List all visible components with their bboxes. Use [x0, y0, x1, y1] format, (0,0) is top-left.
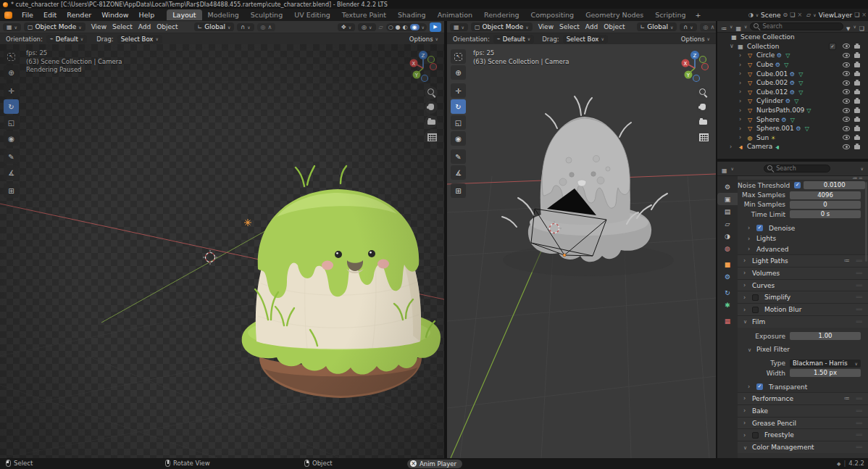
- gizmo-z-axis[interactable]: Z: [693, 53, 697, 59]
- modifier-wrench-icon[interactable]: [775, 51, 783, 59]
- curves-section[interactable]: Curves══: [738, 279, 868, 291]
- workspace-tab[interactable]: Scripting: [649, 9, 691, 20]
- hide-in-viewport-eye-icon[interactable]: [843, 88, 850, 95]
- workspace-tab[interactable]: Shading: [392, 9, 432, 20]
- volumes-section[interactable]: Volumes══: [738, 267, 868, 279]
- viewport-tool-button[interactable]: ⊕: [4, 65, 19, 80]
- motion-blur-section[interactable]: Motion Blur══: [738, 303, 868, 315]
- workspace-tab[interactable]: Sculpting: [245, 9, 288, 20]
- disable-in-renders-icon[interactable]: [854, 144, 861, 150]
- viewlayer-name[interactable]: ViewLayer: [819, 12, 852, 19]
- object-name[interactable]: Cube: [756, 61, 773, 68]
- modifier-wrench-icon[interactable]: [788, 79, 796, 86]
- navigation-gizmo[interactable]: Z X Y: [678, 49, 711, 83]
- disable-in-renders-icon[interactable]: [854, 88, 861, 95]
- object-name[interactable]: Sphere.001: [756, 125, 794, 132]
- workspace-tab[interactable]: Texture Paint: [336, 9, 392, 20]
- drag-dropdown[interactable]: Select Box∨: [117, 35, 162, 43]
- viewport-tool-button[interactable]: ◱: [451, 115, 466, 130]
- geometry-nodes-icon[interactable]: [796, 79, 805, 86]
- menu-item[interactable]: Help: [134, 9, 160, 20]
- object-name[interactable]: Collection: [747, 43, 780, 50]
- workspace-tab[interactable]: Animation: [432, 9, 478, 20]
- perspective-toggle-icon[interactable]: [425, 130, 438, 143]
- zoom-icon[interactable]: [425, 86, 438, 99]
- expand-chevron-icon[interactable]: ›: [739, 52, 746, 59]
- light-paths-section[interactable]: Light Paths≔══: [738, 254, 868, 267]
- noise-threshold-field[interactable]: 0.0100: [804, 181, 865, 189]
- scene-selector[interactable]: ◑ ∨ Scene ⊙ ❏ ×: [748, 12, 802, 19]
- geometry-nodes-icon[interactable]: [792, 97, 801, 104]
- viewport-tool-button[interactable]: ↻: [4, 99, 19, 114]
- outliner-search-input[interactable]: Search: [750, 22, 843, 30]
- solid-viewport-canvas[interactable]: fps: 25 (63) Scene Collection | Camera ↖…: [447, 44, 716, 458]
- geometry-nodes-icon[interactable]: [788, 116, 797, 123]
- filter-funnel-icon[interactable]: [846, 20, 850, 33]
- character-object-solid[interactable]: [502, 96, 667, 262]
- simplify-section[interactable]: Simplify══: [738, 291, 868, 303]
- remove-viewlayer-icon[interactable]: ×: [861, 12, 867, 18]
- object-name[interactable]: Circle: [756, 51, 775, 59]
- outliner-row[interactable]: › Circle: [717, 51, 868, 60]
- viewport-tool-button[interactable]: ◉: [451, 131, 466, 146]
- properties-tab[interactable]: ▱: [717, 217, 738, 230]
- geometry-nodes-icon[interactable]: [804, 107, 813, 114]
- orientation-dropdown[interactable]: ⌁Default∨: [46, 35, 87, 43]
- denoise-panel[interactable]: Denoise: [738, 223, 868, 234]
- min-samples-field[interactable]: 0: [790, 201, 861, 209]
- viewport-tool-button[interactable]: ✎: [4, 149, 19, 164]
- modifier-wrench-icon[interactable]: [788, 70, 796, 78]
- object-name[interactable]: Sun: [756, 134, 769, 141]
- expand-chevron-icon[interactable]: ›: [730, 144, 736, 150]
- gizmo-y-axis[interactable]: Y: [414, 72, 419, 78]
- viewport-tool-button[interactable]: ⊞: [4, 183, 19, 198]
- properties-tab[interactable]: ✱: [717, 299, 738, 311]
- new-viewlayer-icon[interactable]: ❏: [854, 12, 859, 18]
- sun-lamp-object[interactable]: [244, 219, 251, 226]
- hide-in-viewport-eye-icon[interactable]: [843, 98, 850, 104]
- disable-in-renders-icon[interactable]: [854, 62, 861, 68]
- proportional-editing-button[interactable]: ◎∧: [257, 23, 276, 31]
- perspective-toggle-icon[interactable]: [696, 130, 709, 143]
- camera-view-icon[interactable]: [425, 115, 438, 128]
- expand-chevron-icon[interactable]: ›: [739, 134, 746, 141]
- properties-tab[interactable]: ■: [717, 258, 738, 270]
- denoise-checkbox[interactable]: [756, 225, 763, 231]
- properties-tab[interactable]: ◑: [717, 230, 738, 242]
- properties-tab[interactable]: ⚙: [717, 270, 738, 283]
- scene-name[interactable]: Scene: [761, 12, 780, 19]
- hide-in-viewport-eye-icon[interactable]: [843, 52, 850, 59]
- advanced-panel[interactable]: Advanced: [738, 244, 868, 255]
- expand-chevron-icon[interactable]: ›: [739, 80, 746, 86]
- gizmo-x-axis[interactable]: X: [412, 61, 416, 67]
- outliner-row[interactable]: › Sphere: [717, 115, 868, 124]
- viewport-menu-item[interactable]: Object: [154, 22, 180, 31]
- disable-in-renders-icon[interactable]: [854, 125, 861, 132]
- workspace-tab[interactable]: Geometry Nodes: [580, 9, 649, 20]
- viewport-tool-button[interactable]: ✛: [4, 83, 19, 98]
- filter-type-dropdown[interactable]: Blackman - Harris∨: [790, 360, 861, 368]
- workspace-tab[interactable]: Compositing: [525, 9, 580, 20]
- viewport-tool-button[interactable]: ∡: [4, 165, 19, 180]
- presets-icon[interactable]: ≔: [844, 395, 851, 402]
- outliner-row[interactable]: › Sun: [717, 133, 868, 143]
- properties-tab[interactable]: ▦: [717, 315, 738, 327]
- filter-width-field[interactable]: 1.50 px: [790, 369, 861, 377]
- mode-selector[interactable]: ▢Object Mode∨: [471, 22, 533, 31]
- viewport-tool-button[interactable]: ✛: [451, 83, 466, 98]
- menu-item[interactable]: Edit: [38, 9, 62, 20]
- disable-in-renders-icon[interactable]: [854, 134, 861, 141]
- outliner-row[interactable]: › Cube.012: [717, 88, 868, 97]
- geometry-nodes-icon[interactable]: [796, 88, 805, 96]
- hide-in-viewport-eye-icon[interactable]: [843, 116, 850, 123]
- viewport-menu-item[interactable]: Add: [583, 22, 601, 31]
- menu-item[interactable]: File: [17, 9, 38, 20]
- hide-in-viewport-eye-icon[interactable]: [843, 134, 850, 141]
- expand-chevron-icon[interactable]: ›: [739, 70, 746, 77]
- workspace-tab[interactable]: UV Editing: [288, 9, 336, 20]
- viewport-render-play-button[interactable]: ▶: [430, 22, 441, 32]
- time-limit-field[interactable]: 0 s: [790, 210, 861, 218]
- viewlayer-selector[interactable]: ▱ ∨ ViewLayer ❏ ×: [806, 12, 867, 19]
- shading-dropdown-icon[interactable]: ∨: [422, 25, 425, 30]
- render-viewport-canvas[interactable]: fps: 25 (63) Scene Collection | Camera R…: [0, 44, 444, 458]
